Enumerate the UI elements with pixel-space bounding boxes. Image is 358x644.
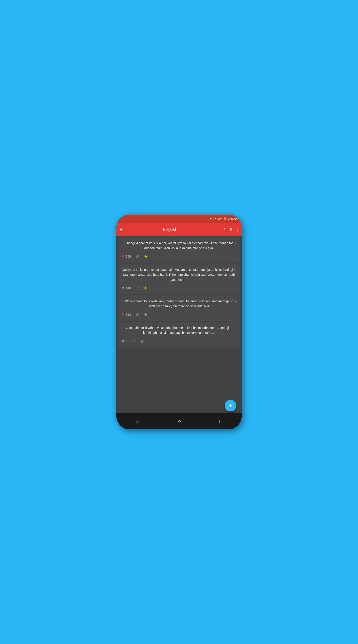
poem-text-1: Zindagi ki chahat ka silsila hai, koi mi… (122, 240, 236, 251)
signal-icon: ⌷ (212, 218, 213, 220)
poem-actions-1: ♥256↗★ (122, 254, 236, 259)
poem-card-4: ⌄Vafa nahin milti yahan vafa karke, humn… (118, 322, 240, 348)
like-count-3: 312 (126, 313, 131, 316)
content-area: ⌄Zindagi ki chahat ka silsila hai, koi m… (116, 236, 242, 413)
star-icon-3[interactable]: ★ (144, 312, 148, 317)
like-count-4: 0 (126, 340, 128, 343)
like-count-1: 256 (126, 255, 131, 258)
back-icon[interactable]: ‹ (236, 226, 238, 232)
status-bar: ♥ ⌷ ✗ 67% 🔋 2:49 AM (116, 215, 242, 223)
poem-card-1: ⌄Zindagi ki chahat ka silsila hai, koi m… (118, 237, 240, 263)
app-bar: ≡ English ✓ ≡ ‹ (116, 223, 242, 236)
like-count-2: 410 (126, 286, 131, 290)
like-section-3: ♥312 (122, 312, 131, 317)
chevron-down-icon-3[interactable]: ⌄ (234, 298, 237, 303)
status-icons: ♥ ⌷ ✗ 67% 🔋 2:49 AM (210, 217, 238, 220)
signal2-icon: ✗ (215, 218, 216, 220)
filter-icon[interactable]: ≡ (230, 226, 232, 232)
back-button[interactable]: ◁ (136, 418, 139, 424)
poem-text-4: Vafa nahin milti yahan vafa karke, humne… (122, 325, 236, 336)
poem-text-2: Nadiyano se kinnare choot jaate hain, Aa… (122, 267, 236, 282)
phone-frame: ♥ ⌷ ✗ 67% 🔋 2:49 AM ≡ English ✓ ≡ ‹ ⌄Zin… (116, 215, 242, 429)
fab-button[interactable]: + (225, 400, 236, 412)
app-title: English (123, 227, 218, 232)
chevron-down-icon-2[interactable]: ⌄ (234, 266, 237, 271)
heart-icon-4[interactable]: ♥ (122, 338, 124, 344)
menu-icon[interactable]: ≡ (120, 227, 123, 232)
star-icon-4[interactable]: ★ (140, 338, 144, 344)
fab-icon: + (229, 402, 232, 409)
poem-actions-4: ♥0↗★ (122, 338, 236, 344)
heart-icon-2[interactable]: ♥ (122, 285, 124, 290)
poem-text-3: Wafa maangi to bewafai mili, mehfil maan… (122, 299, 236, 309)
like-section-4: ♥0 (122, 338, 128, 344)
poem-actions-2: ♥410↗★ (122, 285, 236, 291)
wifi-icon: ♥ (210, 217, 211, 220)
share-icon-2[interactable]: ↗ (135, 285, 139, 291)
share-icon-3[interactable]: ↗ (135, 312, 139, 317)
check-icon[interactable]: ✓ (222, 227, 226, 232)
bottom-nav: ◁ ○ □ (116, 413, 242, 429)
poem-card-2: ⌄Nadiyano se kinnare choot jaate hain, A… (118, 264, 240, 294)
like-section-2: ♥410 (122, 285, 131, 290)
chevron-down-icon-4[interactable]: ⌄ (234, 324, 237, 330)
star-icon-2[interactable]: ★ (144, 285, 148, 291)
recents-button[interactable]: □ (219, 418, 222, 424)
poem-actions-3: ♥312↗★ (122, 312, 236, 317)
home-button[interactable]: ○ (178, 418, 181, 424)
app-bar-actions: ✓ ≡ ‹ (222, 226, 238, 232)
heart-icon-1[interactable]: ♥ (122, 254, 124, 259)
heart-icon-3[interactable]: ♥ (122, 312, 124, 317)
status-time: 2:49 AM (228, 217, 238, 220)
like-section-1: ♥256 (122, 254, 131, 259)
share-icon-1[interactable]: ↗ (135, 254, 139, 259)
poem-card-3: ⌄Wafa maangi to bewafai mili, mehfil maa… (118, 295, 240, 321)
chevron-down-icon-1[interactable]: ⌄ (234, 240, 237, 245)
share-icon-4[interactable]: ↗ (132, 338, 136, 344)
battery-percent: 67% (217, 217, 222, 220)
battery-icon: 🔋 (223, 217, 227, 220)
star-icon-1[interactable]: ★ (144, 254, 148, 259)
